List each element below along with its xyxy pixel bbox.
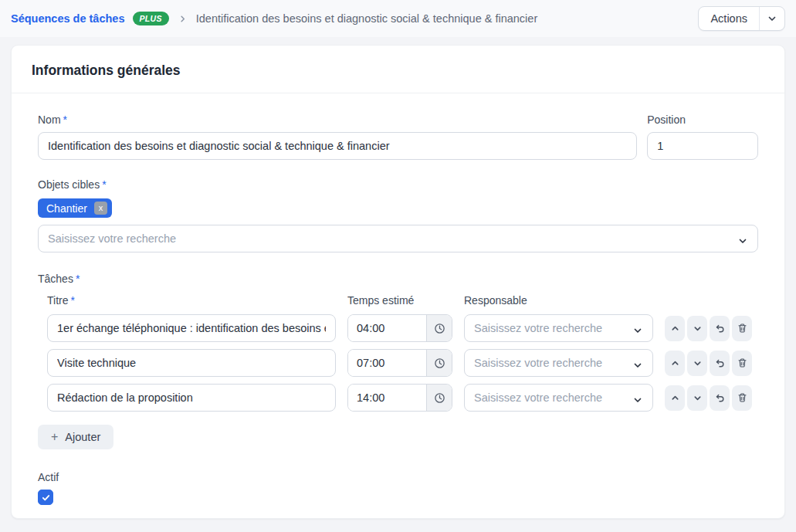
temps-estime-input[interactable] (348, 315, 426, 341)
chevron-down-icon (633, 359, 642, 373)
delete-button[interactable] (732, 316, 752, 341)
required-marker: * (102, 178, 106, 191)
chevron-down-icon (633, 324, 642, 338)
card-header: Informations générales (12, 46, 784, 93)
breadcrumb-current: Identification des besoins et diagnostic… (196, 12, 538, 25)
clock-icon[interactable] (426, 385, 452, 411)
taches-label: Tâches* (38, 273, 758, 285)
objets-cibles-label: Objets cibles* (38, 178, 758, 191)
titre-input[interactable] (47, 384, 336, 412)
clock-icon[interactable] (426, 315, 452, 341)
required-marker: * (63, 114, 67, 126)
undo-button[interactable] (710, 316, 730, 341)
delete-button[interactable] (732, 385, 752, 411)
select-placeholder: Saisissez votre recherche (474, 322, 602, 334)
select-placeholder: Saisissez votre recherche (474, 391, 602, 404)
responsable-select[interactable]: Saisissez votre recherche (464, 314, 653, 342)
table-row: Saisissez votre recherche (47, 314, 758, 342)
responsable-select[interactable]: Saisissez votre recherche (464, 349, 653, 377)
temps-estime-input[interactable] (348, 385, 426, 411)
nom-label: Nom* (38, 114, 637, 126)
move-up-button[interactable] (665, 385, 685, 411)
breadcrumb-root-link[interactable]: Séquences de tâches (11, 12, 125, 25)
objets-cibles-select[interactable]: Saisissez votre recherche (38, 225, 758, 252)
move-down-button[interactable] (687, 316, 707, 341)
plus-badge: PLUS (133, 12, 169, 25)
titre-input[interactable] (47, 314, 336, 342)
page-title: Informations générales (32, 63, 181, 78)
objets-cibles-group: Objets cibles* Chantier x Saisissez votr… (38, 178, 758, 252)
required-marker: * (70, 294, 74, 307)
table-row: Saisissez votre recherche (47, 384, 758, 412)
remove-tag-button[interactable]: x (94, 202, 107, 215)
informations-generales-card: Informations générales Nom* Position Obj… (11, 45, 785, 519)
column-header-titre: Titre* (47, 294, 336, 307)
check-icon (41, 493, 51, 503)
clock-icon[interactable] (426, 350, 452, 376)
chevron-down-icon (633, 394, 642, 408)
actions-button-label[interactable]: Actions (699, 7, 759, 30)
required-marker: * (76, 273, 80, 285)
row-actions (665, 316, 752, 341)
actions-split-button[interactable]: Actions (698, 6, 785, 31)
delete-button[interactable] (732, 351, 752, 376)
column-header-responsable: Responsable (464, 294, 653, 307)
breadcrumb: Séquences de tâches PLUS Identification … (11, 12, 537, 25)
titre-input[interactable] (47, 349, 336, 377)
nom-position-row: Nom* Position (38, 114, 758, 160)
temps-estime-group (347, 314, 452, 342)
position-field-group: Position (647, 114, 758, 160)
add-task-button[interactable]: + Ajouter (38, 425, 113, 449)
top-bar: Séquences de tâches PLUS Identification … (0, 0, 796, 37)
position-label: Position (647, 114, 758, 126)
card-body: Nom* Position Objets cibles* Chantier x … (12, 93, 784, 527)
taches-header-row: Titre* Temps estimé Responsable (47, 294, 758, 307)
tag-chantier: Chantier x (38, 198, 112, 218)
undo-button[interactable] (710, 385, 730, 411)
taches-section: Tâches* Titre* Temps estimé Responsable (38, 273, 758, 449)
temps-estime-input[interactable] (348, 350, 426, 376)
chevron-right-icon (178, 15, 187, 23)
responsable-select[interactable]: Saisissez votre recherche (464, 384, 653, 412)
row-actions (665, 351, 752, 376)
actif-group: Actif (38, 471, 758, 505)
position-input[interactable] (647, 132, 758, 160)
row-actions (665, 385, 752, 411)
table-row: Saisissez votre recherche (47, 349, 758, 377)
chevron-down-icon (738, 235, 747, 249)
actif-checkbox[interactable] (38, 490, 53, 505)
column-header-temps: Temps estimé (347, 294, 452, 307)
temps-estime-group (347, 349, 452, 377)
move-up-button[interactable] (665, 316, 685, 341)
select-placeholder: Saisissez votre recherche (474, 357, 602, 369)
move-down-button[interactable] (687, 385, 707, 411)
move-up-button[interactable] (665, 351, 685, 376)
nom-input[interactable] (38, 132, 637, 160)
move-down-button[interactable] (687, 351, 707, 376)
plus-icon: + (51, 431, 58, 443)
chevron-down-icon[interactable] (759, 7, 784, 30)
select-placeholder: Saisissez votre recherche (48, 232, 176, 245)
actif-label: Actif (38, 471, 758, 483)
nom-field-group: Nom* (38, 114, 637, 160)
temps-estime-group (347, 384, 452, 412)
undo-button[interactable] (710, 351, 730, 376)
